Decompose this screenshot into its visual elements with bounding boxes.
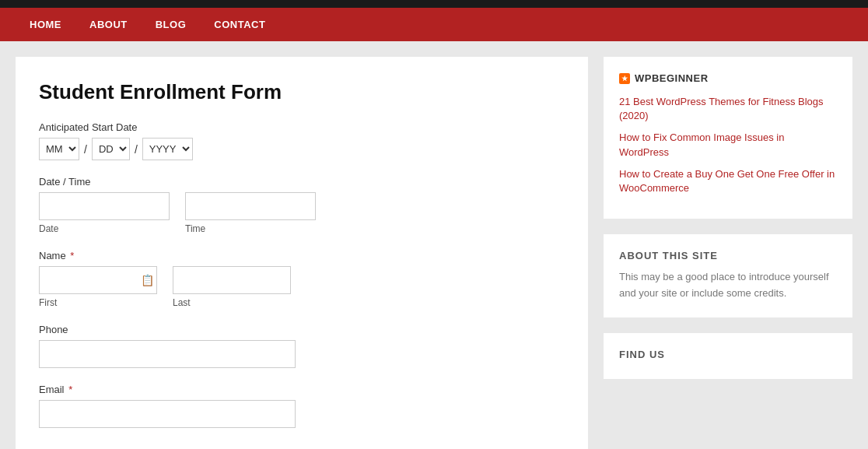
date-input[interactable] — [39, 192, 170, 220]
about-widget: ABOUT THIS SITE This may be a good place… — [604, 234, 852, 317]
day-select[interactable]: DD 01020304 05060708 09101112 13141516 1… — [92, 138, 130, 160]
first-name-input[interactable] — [39, 266, 157, 294]
email-label: Email * — [39, 384, 565, 395]
rss-link[interactable]: How to Create a Buy One Get One Free Off… — [619, 168, 835, 194]
rss-link[interactable]: How to Fix Common Image Issues in WordPr… — [619, 132, 784, 157]
date-sep-1: / — [84, 143, 87, 156]
last-name-col: Last — [173, 266, 291, 308]
find-us-title: FIND US — [619, 349, 837, 360]
last-sub-label: Last — [173, 297, 291, 308]
sidebar: ★ WPBEGINNER 21 Best WordPress Themes fo… — [604, 57, 852, 449]
about-text: This may be a good place to introduce yo… — [619, 269, 837, 302]
nav-item: HOME — [16, 8, 75, 41]
list-item: How to Fix Common Image Issues in WordPr… — [619, 131, 837, 159]
form-title: Student Enrollment Form — [39, 80, 565, 104]
nav-link[interactable]: BLOG — [142, 8, 201, 41]
email-required-star: * — [66, 384, 73, 395]
anticipated-start-date-label: Anticipated Start Date — [39, 121, 565, 133]
name-row: 📋 First Last — [39, 266, 565, 308]
list-item: 21 Best WordPress Themes for Fitness Blo… — [619, 95, 837, 123]
about-heading: ABOUT THIS SITE — [619, 250, 837, 261]
last-name-input[interactable] — [173, 266, 291, 294]
phone-group: Phone — [39, 324, 565, 368]
phone-label: Phone — [39, 324, 565, 335]
list-item: How to Create a Buy One Get One Free Off… — [619, 167, 837, 195]
date-time-label: Date / Time — [39, 176, 565, 188]
name-required-star: * — [68, 250, 75, 261]
rss-icon: ★ — [619, 73, 630, 84]
rss-widget-title: WPBEGINNER — [635, 72, 709, 84]
email-group: Email * — [39, 384, 565, 428]
nav-item: ABOUT — [75, 8, 142, 41]
date-time-row: Date Time — [39, 192, 565, 234]
main-content: Student Enrollment Form Anticipated Star… — [16, 57, 588, 449]
phone-input[interactable] — [39, 340, 296, 368]
nav-link[interactable]: ABOUT — [75, 8, 142, 41]
first-name-wrapper: 📋 — [39, 266, 157, 294]
name-label: Name * — [39, 250, 565, 261]
page-wrapper: Student Enrollment Form Anticipated Star… — [0, 41, 868, 449]
name-group: Name * 📋 First Last — [39, 250, 565, 308]
find-us-widget: FIND US — [604, 333, 852, 379]
rss-widget: ★ WPBEGINNER 21 Best WordPress Themes fo… — [604, 57, 852, 219]
time-col: Time — [185, 192, 316, 234]
first-sub-label: First — [39, 297, 157, 308]
time-input[interactable] — [185, 192, 316, 220]
time-sub-label: Time — [185, 223, 316, 234]
rss-links-list: 21 Best WordPress Themes for Fitness Blo… — [619, 95, 837, 195]
navigation: HOMEABOUTBLOGCONTACT — [0, 8, 868, 41]
nav-link[interactable]: CONTACT — [200, 8, 279, 41]
nav-item: BLOG — [142, 8, 201, 41]
date-dropdowns: MM 01020304 05060708 09101112 / DD 01020… — [39, 138, 565, 160]
first-name-col: 📋 First — [39, 266, 157, 308]
date-col: Date — [39, 192, 170, 234]
anticipated-start-date-group: Anticipated Start Date MM 01020304 05060… — [39, 121, 565, 160]
rss-header: ★ WPBEGINNER — [619, 72, 837, 84]
rss-link[interactable]: 21 Best WordPress Themes for Fitness Blo… — [619, 96, 824, 121]
month-select[interactable]: MM 01020304 05060708 09101112 — [39, 138, 79, 160]
nav-item: CONTACT — [200, 8, 279, 41]
email-input[interactable] — [39, 400, 296, 428]
year-select[interactable]: YYYY 202020212022202320242025 — [142, 138, 193, 160]
top-bar — [0, 0, 868, 8]
date-sub-label: Date — [39, 223, 170, 234]
nav-link[interactable]: HOME — [16, 8, 75, 41]
date-sep-2: / — [135, 143, 138, 156]
date-time-group: Date / Time Date Time — [39, 176, 565, 234]
